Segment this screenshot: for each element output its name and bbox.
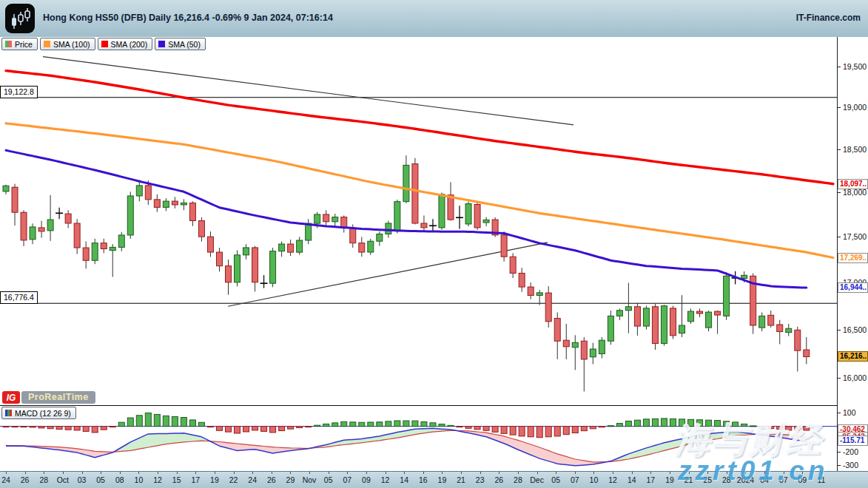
macd-bar	[101, 427, 107, 430]
candle-body	[563, 340, 569, 347]
time-axis-label: 07	[571, 475, 579, 484]
legend-sma50-button[interactable]: SMA (50)	[155, 38, 206, 50]
candle-body	[688, 311, 694, 322]
prorealtime-logo-icon[interactable]	[5, 4, 35, 33]
macd-bar	[332, 423, 338, 427]
time-axis-label: 05	[551, 475, 560, 484]
macd-bar	[172, 416, 178, 426]
macd-bar	[554, 427, 560, 436]
time-axis-tick	[158, 472, 158, 474]
time-axis-tick	[821, 472, 822, 474]
candle-body	[92, 243, 98, 261]
macd-bar	[74, 427, 80, 430]
price-axis-label: 19,500	[843, 62, 867, 71]
macd-legend-button[interactable]: MACD (12 26 9)	[1, 407, 76, 419]
macd-bar	[474, 427, 480, 430]
candle-body	[634, 307, 640, 326]
candle-body	[519, 273, 525, 287]
macd-bar	[3, 427, 9, 427]
macd-bar	[118, 422, 124, 426]
price-chart-panel[interactable]: 19,122.816,776.4	[0, 37, 838, 405]
candle-body	[216, 252, 222, 266]
sma100-chip-icon	[44, 41, 50, 47]
sma200-chip-icon	[101, 41, 108, 47]
ig-logo[interactable]: IG	[2, 391, 20, 404]
candle-body	[127, 196, 133, 235]
price-axis-tick	[838, 67, 841, 67]
macd-bar	[323, 424, 329, 426]
candle-body	[252, 248, 258, 282]
macd-bar	[501, 427, 507, 434]
time-axis-label: 12	[381, 475, 390, 484]
time-axis-tick	[347, 472, 348, 474]
time-axis-label: 05	[96, 475, 105, 484]
candle-body	[172, 201, 178, 205]
price-axis-tick	[838, 237, 841, 237]
time-axis-label: 14	[628, 475, 636, 484]
macd-bar	[590, 427, 596, 429]
time-axis[interactable]: 242628Oct030508101215171922242629Nov0507…	[0, 471, 868, 488]
macd-bar	[519, 427, 525, 436]
macd-bar	[430, 423, 436, 427]
legend-sma200-button[interactable]: SMA (200)	[98, 38, 153, 50]
candle-body	[297, 240, 303, 252]
candle-body	[198, 221, 204, 237]
macd-panel[interactable]	[0, 405, 838, 472]
candle-body	[679, 325, 685, 333]
time-axis-label: 26	[494, 475, 503, 484]
macd-bar	[421, 421, 427, 426]
time-axis-tick	[120, 472, 121, 474]
candle-body	[661, 306, 667, 344]
time-axis-tick	[272, 472, 272, 474]
macd-bar	[377, 422, 383, 427]
candle-body	[608, 316, 613, 341]
time-axis-label: 12	[608, 475, 617, 484]
price-axis-label: 16,500	[843, 325, 867, 334]
macd-bar	[795, 427, 801, 430]
time-axis-label: 19	[210, 475, 219, 484]
candle-body	[804, 350, 810, 356]
prorealtime-label[interactable]: ProRealTime	[21, 391, 95, 404]
candle-body	[439, 194, 445, 228]
candle-body	[235, 255, 240, 282]
candle-body	[572, 342, 578, 348]
price-level-tag: 16,776.4	[0, 291, 38, 304]
candle-body	[154, 200, 160, 208]
candle-body	[12, 187, 18, 212]
candle-body	[359, 243, 365, 252]
sma200-line[interactable]	[6, 71, 833, 184]
price-axis-label: 17,500	[843, 232, 867, 241]
time-axis-tick	[6, 472, 7, 474]
sma100-line[interactable]	[6, 123, 833, 258]
candle-body	[47, 220, 53, 231]
time-axis-tick	[518, 472, 519, 474]
time-axis-label: 28	[514, 475, 522, 484]
macd-bar	[359, 422, 365, 426]
legend-sma100-button[interactable]: SMA (100)	[40, 38, 95, 50]
macd-axis-tick	[838, 413, 841, 413]
time-axis-tick	[613, 472, 613, 474]
macd-bar	[528, 427, 534, 437]
macd-bar	[652, 418, 658, 426]
time-axis-label: 12	[153, 475, 162, 484]
time-axis-tick	[366, 472, 367, 474]
price-chart-canvas	[0, 37, 837, 405]
time-axis-label: 05	[324, 475, 333, 484]
candle-body	[697, 311, 703, 314]
price-chip-icon	[5, 41, 12, 47]
candle-body	[706, 312, 712, 328]
time-axis-label: 21	[457, 475, 465, 484]
candle-body	[118, 235, 124, 247]
legend-price-button[interactable]: Price	[1, 38, 38, 50]
candle-body	[759, 316, 765, 328]
macd-bar	[83, 427, 89, 432]
time-axis-tick	[195, 472, 196, 474]
macd-bar	[608, 426, 613, 427]
time-axis-tick	[25, 472, 26, 474]
price-axis[interactable]: 19,50019,00018,50018,00017,50017,00016,5…	[838, 37, 868, 470]
candle-body	[403, 165, 409, 201]
time-axis-tick	[290, 472, 291, 474]
time-axis-tick	[215, 472, 215, 474]
time-axis-label: 19	[665, 475, 674, 484]
time-axis-tick	[764, 472, 765, 474]
